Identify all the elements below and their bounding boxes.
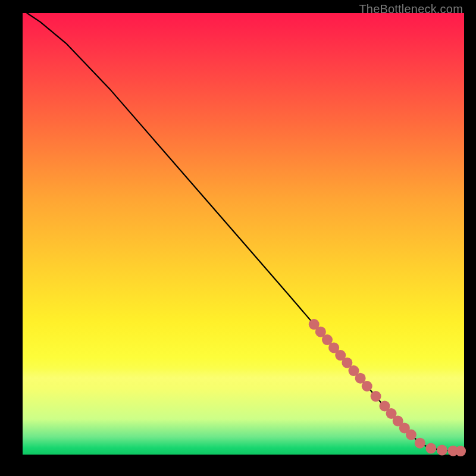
chart-stage: TheBottleneck.com xyxy=(0,0,476,476)
highlight-dot xyxy=(425,443,436,454)
highlight-dot xyxy=(371,391,381,402)
plot-area xyxy=(23,13,464,455)
curve-line xyxy=(27,13,462,451)
highlight-dot xyxy=(362,381,372,392)
highlight-dot xyxy=(455,446,466,456)
chart-svg xyxy=(23,13,464,455)
highlight-dot xyxy=(406,430,416,440)
highlight-dot xyxy=(415,438,425,449)
highlight-dots-group xyxy=(309,319,466,456)
highlight-dot xyxy=(437,445,447,456)
